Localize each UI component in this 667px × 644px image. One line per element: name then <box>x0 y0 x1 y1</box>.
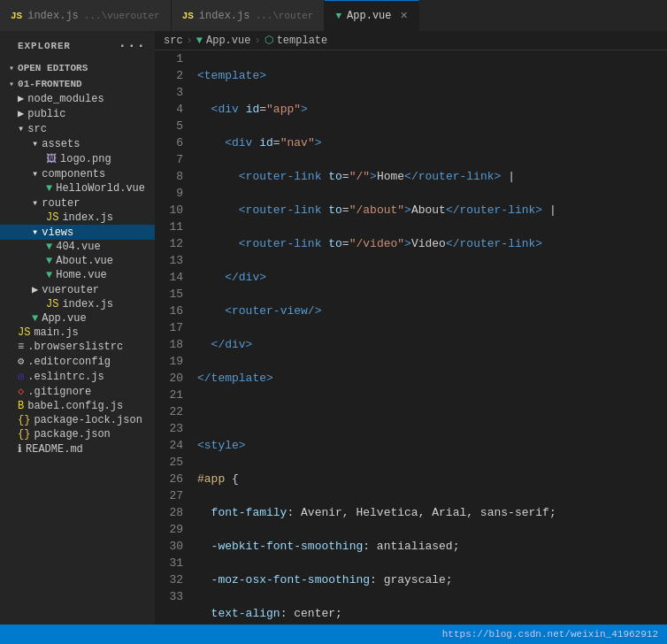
line-num: 32 <box>169 571 183 588</box>
breadcrumb: src › ▼ App.vue › ⬡ template <box>155 31 667 50</box>
folder-components[interactable]: ▾ components <box>0 166 155 181</box>
chevron-right-icon: ▶ <box>18 107 24 120</box>
line-num: 11 <box>169 218 183 235</box>
chevron-down-icon: ▾ <box>32 226 38 239</box>
folder-node-modules[interactable]: ▶ node_modules <box>0 91 155 106</box>
code-line: <div id="app"> <box>197 101 667 118</box>
line-num: 8 <box>169 168 183 185</box>
git-icon: ◇ <box>18 385 24 398</box>
vue-icon: ▼ <box>46 182 52 195</box>
breadcrumb-sep: › <box>254 34 260 47</box>
line-num: 33 <box>169 588 183 605</box>
tab-index-router[interactable]: JS index.js ...\router <box>172 0 326 31</box>
tree-item-label: babel.config.js <box>27 400 123 412</box>
tree-item-label: index.js <box>62 211 113 224</box>
tree-item-label: index.js <box>62 298 113 310</box>
breadcrumb-template: template <box>277 34 328 47</box>
file-app-vue[interactable]: ▼ App.vue <box>0 311 155 326</box>
file-readme-md[interactable]: ℹ README.md <box>0 441 155 456</box>
breadcrumb-sep: › <box>187 34 193 47</box>
tree-item-label: About.vue <box>56 255 113 267</box>
code-editor[interactable]: 1 2 3 4 5 6 7 8 9 10 11 12 13 14 15 16 1… <box>155 50 667 625</box>
line-num: 24 <box>169 437 183 454</box>
file-home-vue[interactable]: ▼ Home.vue <box>0 268 155 282</box>
tab-label: App.vue <box>347 10 391 22</box>
js-icon: JS <box>18 326 30 339</box>
line-num: 27 <box>169 487 183 504</box>
breadcrumb-src: src <box>164 34 183 47</box>
code-line: font-family: Avenir, Helvetica, Arial, s… <box>197 504 667 521</box>
file-logo-png[interactable]: 🖼 logo.png <box>0 151 155 166</box>
line-num: 20 <box>169 370 183 387</box>
folder-src[interactable]: ▾ src <box>0 121 155 136</box>
file-browserslistrc[interactable]: ≡ .browserslistrc <box>0 340 155 354</box>
section-01-frontend[interactable]: ▾ 01-FRONTEND <box>0 75 155 91</box>
code-line: <router-link to="/about">About</router-l… <box>197 202 667 218</box>
tab-index-vuerouter[interactable]: JS index.js ...\vuerouter <box>0 0 172 31</box>
tree-item-label: assets <box>42 138 80 150</box>
line-num: 5 <box>169 118 183 134</box>
line-num: 26 <box>169 471 183 487</box>
section-open-editors[interactable]: ▾ OPEN EDITORS <box>0 59 155 75</box>
line-num: 14 <box>169 269 183 286</box>
eslint-icon: ◎ <box>18 370 24 383</box>
file-helloworld-vue[interactable]: ▼ HelloWorld.vue <box>0 181 155 196</box>
file-404-vue[interactable]: ▼ 404.vue <box>0 240 155 254</box>
code-line <box>197 403 667 420</box>
status-bar: https://blog.csdn.net/weixin_41962912 <box>0 625 667 644</box>
vue-icon: ▼ <box>32 312 38 325</box>
code-line: #app { <box>197 471 667 487</box>
file-vuerouter-index-js[interactable]: JS index.js <box>0 297 155 311</box>
tree-item-label: views <box>42 226 73 239</box>
vue-icon: ▼ <box>46 241 52 253</box>
sidebar-menu-icon[interactable]: ··· <box>119 38 146 54</box>
tree-item-label: logo.png <box>60 153 111 165</box>
close-icon[interactable]: × <box>401 9 408 23</box>
line-num: 10 <box>169 202 183 218</box>
folder-router[interactable]: ▾ router <box>0 196 155 211</box>
line-num: 9 <box>169 185 183 202</box>
folder-views[interactable]: ▾ views <box>0 225 155 240</box>
line-num: 29 <box>169 521 183 538</box>
line-numbers: 1 2 3 4 5 6 7 8 9 10 11 12 13 14 15 16 1… <box>155 50 190 625</box>
tree-item-label: .eslintrc.js <box>27 371 104 383</box>
vue-icon: ▼ <box>196 34 203 47</box>
file-babel-config-js[interactable]: B babel.config.js <box>0 399 155 413</box>
file-package-lock-json[interactable]: {} package-lock.json <box>0 413 155 427</box>
file-package-json[interactable]: {} package.json <box>0 427 155 441</box>
code-line: <style> <box>197 437 667 454</box>
line-num: 1 <box>169 50 183 67</box>
file-router-index-js[interactable]: JS index.js <box>0 211 155 225</box>
line-num: 16 <box>169 303 183 319</box>
line-num: 31 <box>169 555 183 571</box>
chevron-down-icon: ▾ <box>9 79 14 89</box>
chevron-right-icon: ▶ <box>18 92 24 105</box>
js-icon: JS <box>11 11 22 21</box>
file-main-js[interactable]: JS main.js <box>0 326 155 340</box>
tree-item-label: .gitignore <box>27 386 91 398</box>
line-num: 21 <box>169 387 183 403</box>
file-editorconfig[interactable]: ⚙ .editorconfig <box>0 354 155 369</box>
folder-vuerouter[interactable]: ▶ vuerouter <box>0 282 155 297</box>
json-icon: {} <box>18 428 30 441</box>
folder-assets[interactable]: ▾ assets <box>0 136 155 151</box>
tree-item-label: package.json <box>34 428 110 441</box>
gear-icon: ⚙ <box>18 355 24 368</box>
tree-item-label: README.md <box>26 443 83 456</box>
tree-item-label: router <box>42 197 80 210</box>
tree-item-label: 404.vue <box>56 241 100 253</box>
breadcrumb-icon-template: ⬡ <box>264 34 273 47</box>
code-content[interactable]: <template> <div id="app"> <div id="nav">… <box>190 50 667 625</box>
vue-icon: ▼ <box>46 255 52 267</box>
tab-path: ...\router <box>255 11 313 21</box>
line-num: 2 <box>169 67 183 84</box>
folder-public[interactable]: ▶ public <box>0 106 155 121</box>
file-about-vue[interactable]: ▼ About.vue <box>0 254 155 268</box>
tab-bar: JS index.js ...\vuerouter JS index.js ..… <box>0 0 667 31</box>
file-gitignore[interactable]: ◇ .gitignore <box>0 384 155 399</box>
tab-app-vue[interactable]: ▼ App.vue × <box>325 0 418 31</box>
section-label: 01-FRONTEND <box>18 79 82 89</box>
code-line: text-align: center; <box>197 605 667 622</box>
tab-path: ...\vuerouter <box>84 11 160 21</box>
file-eslintrc-js[interactable]: ◎ .eslintrc.js <box>0 369 155 384</box>
